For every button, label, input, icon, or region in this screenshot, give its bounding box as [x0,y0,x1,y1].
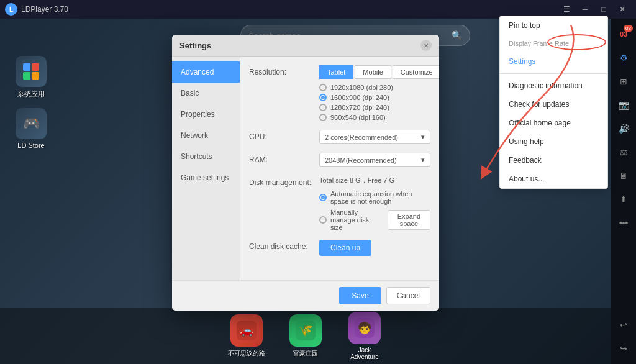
settings-modal: Settings ✕ Advanced Basic Properties Net… [172,35,439,311]
settings-content: Resolution: Tablet Mobile Customize 1920 [240,57,439,280]
ctx-check-updates[interactable]: Check for updates [500,95,607,114]
volume-icon[interactable]: 🔊 [613,118,634,139]
disk-option-manual[interactable]: Manually manage disk size [319,209,383,231]
clean-label: Clean disk cache: [249,240,314,251]
upload-icon[interactable]: ⬆ [613,189,634,210]
ctx-settings[interactable]: Settings [500,52,607,71]
app-title: LDPlayer 3.70 [21,5,558,14]
disk-option-auto[interactable]: Automatic expansion when space is not en… [319,190,430,205]
menu-btn[interactable]: ☰ [558,2,575,16]
res-option-0[interactable]: 1920x1080 (dpi 280) [319,84,439,91]
cancel-btn[interactable]: Cancel [386,287,430,304]
ctx-pin[interactable]: Pin to top [500,16,607,35]
apps-icon[interactable]: ⊞ [613,71,634,92]
tab-customize[interactable]: Customize [393,65,439,79]
disk-control: Total size 8 G，Free 7 G Automatic expans… [319,176,430,231]
ctx-feedback[interactable]: Feedback [500,151,607,170]
modal-close-btn[interactable]: ✕ [420,40,432,51]
radio-3[interactable] [319,114,327,121]
res-label-3: 960x540 (dpi 160) [330,114,386,121]
scale-icon[interactable]: ⚖ [613,142,634,163]
cpu-dropdown[interactable]: 2 cores(Recommended) ▾ [319,130,430,144]
res-options: 1920x1080 (dpi 280) 1600x900 (dpi 240) 1… [319,84,439,121]
close-btn[interactable]: ✕ [614,2,631,16]
disk-auto-label: Automatic expansion when space is not en… [330,190,430,205]
camera-icon[interactable]: 📷 [613,94,634,116]
res-label-0: 1920x1080 (dpi 280) [330,84,393,91]
cpu-row: CPU: 2 cores(Recommended) ▾ [249,130,430,144]
notification-badge: 03 [620,30,627,38]
radio-1[interactable] [319,94,327,101]
window-controls: ☰ ─ □ ✕ [558,2,631,16]
disk-radio-auto[interactable] [319,194,327,201]
ctx-official[interactable]: Official home page [500,114,607,132]
screen-icon[interactable]: 🖥 [613,165,634,186]
expand-space-btn[interactable]: Expand space [388,210,430,230]
cpu-label: CPU: [249,130,314,141]
clean-control: Clean up [319,240,430,256]
clean-row: Clean disk cache: Clean up [249,240,430,256]
disk-total-text: Total size 8 G，Free 7 G [319,176,430,185]
notification-icon[interactable]: 03 [613,24,634,45]
app-logo: L [5,3,17,16]
disk-row: Disk management: Total size 8 G，Free 7 G… [249,176,430,231]
modal-titlebar: Settings ✕ [172,35,439,57]
nav-shortcuts[interactable]: Shortcuts [172,146,240,167]
modal-footer: Save Cancel [172,280,439,311]
ram-chevron: ▾ [421,156,425,164]
nav-network[interactable]: Network [172,125,240,146]
disk-radio-manual[interactable] [319,216,327,224]
nav-properties[interactable]: Properties [172,104,240,125]
ram-row: RAM: 2048M(Recommended) ▾ [249,153,430,167]
res-option-3[interactable]: 960x540 (dpi 160) [319,114,439,121]
forward-icon[interactable]: ↪ [613,338,634,359]
resolution-label: Resolution: [249,65,314,76]
ram-label: RAM: [249,153,314,164]
more-icon[interactable]: ••• [613,212,634,234]
ram-control: 2048M(Recommended) ▾ [319,153,430,167]
cpu-value: 2 cores(Recommended) [325,134,398,141]
modal-title: Settings [179,41,211,50]
back-icon[interactable]: ↩ [613,314,634,335]
res-option-1[interactable]: 1600x900 (dpi 240) [319,94,439,101]
resolution-control: Tablet Mobile Customize 1920x1080 (dpi 2… [319,65,439,121]
gear-icon[interactable]: ⚙ [613,47,634,68]
tab-tablet[interactable]: Tablet [319,65,353,79]
save-btn[interactable]: Save [339,287,381,304]
ram-value: 2048M(Recommended) [325,157,397,164]
ctx-help[interactable]: Using help [500,132,607,151]
radio-0[interactable] [319,84,327,91]
cpu-control: 2 cores(Recommended) ▾ [319,130,430,144]
ctx-diagnostic[interactable]: Diagnostic information [500,76,607,95]
res-label-2: 1280x720 (dpi 240) [330,104,389,111]
disk-manual-row: Manually manage disk size Expand space [319,209,430,231]
desktop: L LDPlayer 3.70 ☰ ─ □ ✕ 🔍 [0,0,636,364]
disk-label: Disk management: [249,176,314,187]
minimize-btn[interactable]: ─ [576,2,594,16]
tab-mobile[interactable]: Mobile [355,65,391,79]
res-option-2[interactable]: 1280x720 (dpi 240) [319,104,439,111]
context-menu: Pin to top Display Frame Rate Settings D… [499,16,608,189]
nav-advanced[interactable]: Advanced [172,61,240,83]
cleanup-btn[interactable]: Clean up [319,240,371,256]
res-label-1: 1600x900 (dpi 240) [330,94,389,101]
radio-2[interactable] [319,104,327,111]
restore-btn[interactable]: □ [595,2,612,16]
ctx-about[interactable]: About us... [500,170,607,188]
nav-basic[interactable]: Basic [172,83,240,104]
modal-body: Advanced Basic Properties Network Shortc… [172,57,439,280]
cpu-chevron: ▾ [421,133,425,141]
modal-nav: Advanced Basic Properties Network Shortc… [172,57,240,280]
nav-game-settings[interactable]: Game settings [172,167,240,188]
disk-manual-label: Manually manage disk size [330,209,383,231]
resolution-row: Resolution: Tablet Mobile Customize 1920 [249,65,430,121]
ctx-display-frame[interactable]: Display Frame Rate [500,35,607,52]
res-tabs: Tablet Mobile Customize [319,65,439,79]
right-sidebar: 03 ⚙ ⊞ 📷 🔊 ⚖ 🖥 ⬆ ••• ↩ ↪ [611,19,636,364]
ram-dropdown[interactable]: 2048M(Recommended) ▾ [319,153,430,167]
